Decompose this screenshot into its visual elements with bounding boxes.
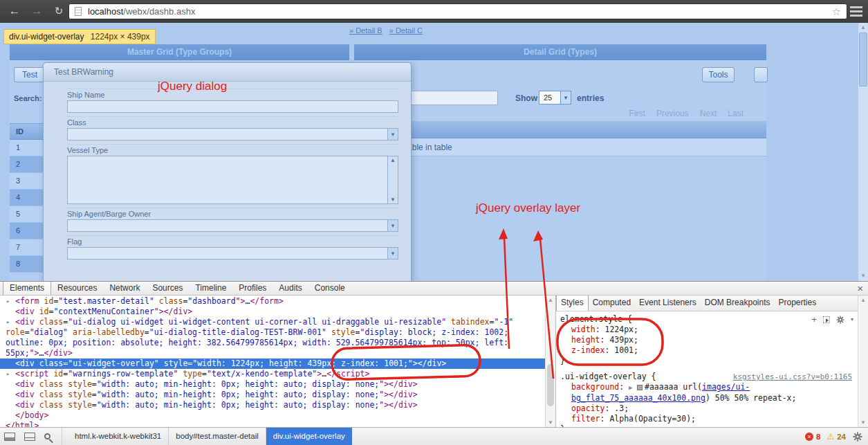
stylesheet-link[interactable]: ksgstyles-ui.css?v=b0:1165 — [733, 372, 852, 382]
warning-count[interactable]: 24 — [837, 433, 846, 441]
styles-tab-dom-breakpoints[interactable]: DOM Breakpoints — [701, 296, 775, 311]
styles-tab-bar: StylesComputedEvent ListenersDOM Breakpo… — [556, 296, 858, 311]
scroll-up-icon[interactable]: ▲ — [546, 296, 555, 305]
expand-arrow-icon[interactable]: ▶ — [629, 384, 636, 391]
class-select[interactable]: ▾ — [67, 128, 398, 140]
devtools-tab-elements[interactable]: Elements — [3, 282, 51, 295]
pager-previous[interactable]: Previous — [656, 109, 689, 118]
page-scrollbar[interactable]: ▲ ▼ — [858, 23, 868, 281]
style-property[interactable]: z-index: 1001; — [560, 345, 853, 356]
devtools-tab-console[interactable]: Console — [308, 282, 351, 295]
dom-line[interactable]: <div class="ui-widget-overlay" style="wi… — [0, 358, 545, 369]
scroll-down-icon[interactable]: ▼ — [388, 197, 398, 203]
listbox-scrollbar[interactable]: ▲▼ — [387, 156, 398, 203]
breadcrumb-div-ui-widget-overlay[interactable]: div.ui-widget-overlay — [266, 428, 352, 445]
devtools-close-icon[interactable]: × — [857, 282, 863, 295]
error-badge-icon[interactable]: × — [805, 433, 813, 441]
styles-tab-computed[interactable]: Computed — [589, 296, 635, 311]
scroll-up-icon[interactable]: ▲ — [858, 296, 868, 305]
scroll-up-icon[interactable]: ▲ — [388, 157, 398, 163]
scroll-down-icon[interactable]: ▼ — [858, 418, 868, 427]
dom-line[interactable]: <div class style="width: auto; min-heigh… — [0, 400, 545, 410]
scrollbar-thumb[interactable] — [547, 364, 554, 406]
pager-last[interactable]: Last — [728, 109, 744, 118]
style-property[interactable]: height: 439px; — [560, 335, 853, 345]
gear-dropdown-arrow-icon[interactable]: ▾ — [851, 316, 853, 323]
dom-line[interactable]: </body> — [0, 410, 545, 421]
devtools-tab-sources[interactable]: Sources — [146, 282, 189, 295]
rule-selector-line[interactable]: element.style { — [560, 314, 853, 325]
dom-line[interactable]: <div class style="width: auto; min-heigh… — [0, 379, 545, 390]
devtools-tab-audits[interactable]: Audits — [273, 282, 308, 295]
url-link[interactable]: bg_flat_75_aaaaaa_40x100.png — [571, 393, 705, 403]
scrollbar-thumb[interactable] — [859, 33, 867, 87]
styles-gear-icon[interactable] — [836, 316, 844, 324]
console-drawer-icon[interactable] — [24, 433, 35, 441]
back-button[interactable]: ← — [6, 0, 24, 23]
dom-line[interactable]: ▸<script id="warnings-row-template" type… — [0, 369, 545, 379]
styles-tab-styles[interactable]: Styles — [556, 296, 589, 311]
expand-arrow-icon[interactable]: ▸ — [6, 296, 10, 307]
styles-tab-event-listeners[interactable]: Event Listeners — [635, 296, 701, 311]
scroll-down-icon[interactable]: ▼ — [858, 271, 868, 281]
ship-agent-barge-owner-select[interactable]: ▾ — [67, 219, 398, 232]
breadcrumb-body-test-master-detail[interactable]: body#test.master-detail — [169, 428, 266, 445]
dom-line[interactable]: <div id="contextMenuContainer"></div> — [0, 307, 545, 317]
rule-selector-line[interactable]: .ui-widget-overlay {ksgstyles-ui.css?v=b… — [560, 372, 853, 382]
dialog-titlebar[interactable]: Test BRWarning — [44, 63, 411, 82]
dropdown-arrow-icon[interactable]: ▾ — [387, 248, 398, 259]
elements-scrollbar[interactable]: ▲ ▼ — [545, 296, 555, 427]
detail-link-detail-c[interactable]: » Detail C — [389, 26, 423, 35]
new-style-rule-icon[interactable]: + — [811, 314, 817, 325]
devtools-tab-network[interactable]: Network — [103, 282, 146, 295]
code-token: = — [202, 369, 207, 379]
elements-tree[interactable]: ▸<form id="test.master-detail" class="da… — [0, 296, 545, 427]
page-size-select[interactable]: 25 ▾ — [539, 91, 571, 105]
styles-tab-properties[interactable]: Properties — [774, 296, 820, 311]
devtools-tab-profiles[interactable]: Profiles — [232, 282, 273, 295]
expand-arrow-icon[interactable]: ▸ — [6, 317, 10, 327]
tools-button[interactable]: Tools — [702, 67, 735, 82]
style-property[interactable]: background: ▶ #aaaaaa url(images/ui- bg_… — [560, 382, 853, 403]
vessel-type-listbox[interactable]: ▲▼ — [67, 156, 398, 204]
forward-button[interactable]: → — [28, 0, 46, 23]
scroll-up-icon[interactable]: ▲ — [858, 23, 868, 33]
warning-triangle-icon[interactable]: ⚠ — [827, 432, 834, 442]
chrome-menu-icon[interactable] — [850, 6, 862, 17]
ship-name-input[interactable] — [67, 100, 398, 113]
devtools-tab-resources[interactable]: Resources — [51, 282, 103, 295]
url-link[interactable]: images/ui- — [702, 382, 750, 392]
detail-extra-button[interactable] — [754, 67, 768, 82]
dom-line[interactable]: <div class style="width: auto; min-heigh… — [0, 390, 545, 400]
dom-line[interactable]: outline: 0px; position: absolute; height… — [0, 338, 545, 348]
pager-next[interactable]: Next — [700, 109, 717, 118]
dom-line[interactable]: ▸<form id="test.master-detail" class="da… — [0, 296, 545, 307]
style-property[interactable]: filter: Alpha(Opacity=30); — [560, 414, 853, 424]
expand-arrow-icon[interactable]: ▸ — [6, 369, 10, 379]
dom-line[interactable]: </html> — [0, 421, 545, 427]
dom-line[interactable]: ▸<div class="ui-dialog ui-widget ui-widg… — [0, 317, 545, 327]
style-property[interactable]: width: 1224px; — [560, 325, 853, 335]
inspect-magnifier-icon[interactable] — [44, 433, 50, 439]
detail-link-detail-b[interactable]: » Detail B — [349, 26, 382, 35]
dropdown-arrow-icon[interactable]: ▾ — [387, 129, 398, 140]
dom-line[interactable]: 55px;">…</div> — [0, 348, 545, 358]
element-state-icon[interactable] — [823, 316, 830, 323]
dropdown-arrow-icon[interactable]: ▾ — [560, 91, 571, 104]
style-property[interactable]: opacity: .3; — [560, 403, 853, 414]
devtools-tab-timeline[interactable]: Timeline — [189, 282, 232, 295]
address-bar[interactable]: localhost/webx/dashb.ashx ☆ — [68, 3, 847, 19]
settings-gear-icon[interactable] — [853, 432, 862, 442]
flag-select[interactable]: ▾ — [67, 247, 398, 260]
bookmark-star-icon[interactable]: ☆ — [832, 6, 841, 18]
breadcrumb-html-k-webkit-k-webkit31[interactable]: html.k-webkit.k-webkit31 — [68, 428, 169, 445]
styles-scrollbar[interactable]: ▲ ▼ — [858, 296, 868, 427]
error-count[interactable]: 8 — [816, 433, 820, 441]
dropdown-arrow-icon[interactable]: ▾ — [387, 220, 398, 231]
reload-button[interactable]: ↻ — [50, 0, 68, 23]
scroll-down-icon[interactable]: ▼ — [546, 418, 555, 427]
dock-icon[interactable] — [4, 433, 15, 441]
dom-line[interactable]: role="dialog" aria-labelledby="ui-dialog… — [0, 327, 545, 338]
pager-first[interactable]: First — [629, 109, 645, 118]
test-button[interactable]: Test — [14, 67, 46, 82]
